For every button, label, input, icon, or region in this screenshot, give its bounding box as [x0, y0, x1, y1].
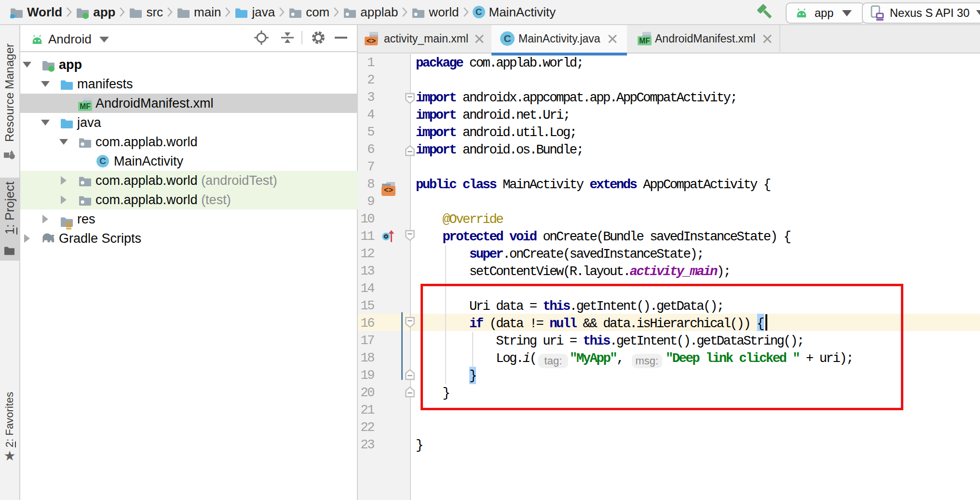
svg-text:MF: MF	[80, 102, 91, 111]
svg-text:MF: MF	[639, 37, 650, 45]
svg-text:<>: <>	[367, 37, 376, 45]
